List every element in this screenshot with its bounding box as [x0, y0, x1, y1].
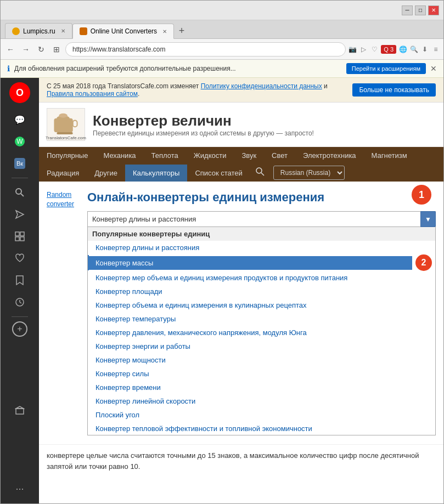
language-selector[interactable]: Russian (Russia) English [273, 166, 345, 180]
nav-row-2: Радиация Другие Калькуляторы Список стат… [39, 164, 443, 182]
nav-radiation[interactable]: Радиация [39, 165, 87, 182]
sidebar-item-grid[interactable] [8, 226, 31, 246]
cookie-dismiss-button[interactable]: Больше не показывать [352, 83, 436, 97]
search-icon[interactable]: 🔍 [409, 45, 418, 54]
dropdown-selected-value[interactable]: Конвертер длины и расстояния [87, 211, 436, 227]
dropdown-item-7[interactable]: Конвертер энергии и работы [88, 339, 435, 353]
sidebar-item-clock[interactable] [8, 292, 31, 312]
svg-text:Вк: Вк [16, 160, 23, 167]
extension-badge[interactable]: Q 3 [381, 45, 396, 54]
sidebar-item-search[interactable] [8, 183, 31, 202]
notification-action-button[interactable]: Перейти к расширениям [346, 63, 426, 74]
dropdown-item-8[interactable]: Конвертер мощности [88, 353, 435, 367]
dropdown-input-row: Конвертер длины и расстояния ▼ [87, 211, 436, 227]
screenshot-icon[interactable]: 📷 [348, 45, 357, 54]
notification-close-button[interactable]: ✕ [430, 64, 437, 73]
dropdown-item-5[interactable]: Конвертер температуры [88, 312, 435, 326]
sidebar-item-vk[interactable]: Вк [8, 154, 31, 173]
page-title: Онлайн-конвертеры единиц измерения [87, 190, 436, 205]
svg-point-21 [256, 168, 262, 173]
site-logo: TranslatorsCafe.com [47, 108, 85, 141]
sidebar-item-whatsapp[interactable]: W [8, 132, 31, 151]
reload-button[interactable]: ↻ [35, 43, 48, 56]
bookmark-icon[interactable]: ♡ [370, 45, 379, 54]
sidebar-add-button[interactable]: + [12, 321, 27, 337]
dropdown-item-selected-row: Конвертер массы 2 [88, 254, 435, 271]
dropdown-item-11[interactable]: Конвертер линейной скорости [88, 394, 435, 408]
sidebar-more-button[interactable]: ··· [15, 483, 24, 495]
title-bar: ─ □ ✕ [1, 1, 443, 20]
nav-mechanics[interactable]: Механика [95, 147, 143, 164]
sidebar-item-send[interactable] [8, 205, 31, 224]
cookie-text-before: С 25 мая 2018 года TranslatorsCafe.com и… [47, 82, 201, 90]
svg-rect-8 [20, 232, 24, 236]
sidebar-item-bookmark[interactable] [8, 270, 31, 290]
tab-bar: Lumpics.ru ✕ Online Unit Converters ✕ + [1, 20, 443, 39]
dropdown-container: Конвертер длины и расстояния ▼ Популярны… [87, 211, 436, 435]
page-main: Random converter Онлайн-конвертеры едини… [39, 182, 443, 444]
opera-logo[interactable]: O [9, 82, 30, 103]
cookie-text: С 25 мая 2018 года TranslatorsCafe.com и… [47, 82, 352, 98]
nav-other[interactable]: Другие [87, 165, 125, 182]
svg-point-18 [59, 114, 68, 118]
nav-search-icon[interactable] [250, 164, 270, 182]
cookie-link-privacy[interactable]: Политику конфиденциальности данных [201, 82, 322, 90]
notification-bar: ℹ Для обновления расширений требуются до… [1, 60, 443, 78]
tab-favicon-converters [80, 27, 87, 35]
dropdown-item-12[interactable]: Плоский угол [88, 408, 435, 422]
footer-text: конвертере целые числа считаются точными… [47, 451, 419, 471]
nav-sound[interactable]: Звук [234, 147, 264, 164]
tab-close-converters[interactable]: ✕ [162, 29, 167, 35]
site-title: Конвертер величин [93, 112, 314, 129]
svg-rect-7 [15, 232, 19, 236]
nav-popular[interactable]: Популярные [39, 147, 95, 164]
svg-line-5 [21, 194, 24, 196]
site-nav: Популярные Механика Теплота Жидкости Зву… [39, 147, 443, 182]
home-button[interactable]: ⊞ [50, 43, 63, 56]
forward-arrow-icon[interactable]: ▷ [359, 45, 368, 54]
forward-button[interactable]: → [19, 43, 32, 56]
tab-close-lumpics[interactable]: ✕ [61, 28, 65, 34]
minimize-button[interactable]: ─ [402, 5, 413, 15]
new-tab-button[interactable]: + [174, 23, 189, 38]
dropdown-item-9[interactable]: Конвертер силы [88, 367, 435, 381]
dropdown-arrow-button[interactable]: ▼ [420, 211, 436, 227]
dropdown-list: Популярные конвертеры единиц Конвертер д… [87, 227, 436, 435]
tab-converters[interactable]: Online Unit Converters ✕ [72, 24, 174, 39]
svg-point-4 [16, 189, 21, 194]
svg-rect-19 [72, 121, 77, 127]
globe-icon[interactable]: 🌐 [398, 45, 407, 54]
page-content[interactable]: С 25 мая 2018 года TranslatorsCafe.com и… [39, 78, 443, 503]
dropdown-item-2[interactable]: Конвертер мер объема и единиц измерения … [88, 271, 435, 285]
content-area: Онлайн-конвертеры единиц измерения 1 Кон… [87, 190, 436, 435]
sidebar-item-messenger[interactable]: 💬 [8, 110, 31, 129]
download-icon[interactable]: ⬇ [420, 45, 429, 54]
back-button[interactable]: ← [4, 43, 17, 56]
dropdown-item-6[interactable]: Конвертер давления, механического напряж… [88, 326, 435, 339]
nav-heat[interactable]: Теплота [144, 147, 186, 164]
dropdown-item-3[interactable]: Конвертер площади [88, 285, 435, 298]
tab-lumpics[interactable]: Lumpics.ru ✕ [5, 23, 72, 38]
nav-calculators[interactable]: Калькуляторы [125, 165, 187, 182]
sidebar-divider-1 [12, 178, 28, 178]
cookie-link-terms[interactable]: Правила пользования сайтом [47, 90, 138, 98]
sidebar-item-package[interactable] [8, 400, 31, 420]
svg-marker-6 [16, 211, 24, 218]
dropdown-item-0[interactable]: Конвертер длины и расстояния [88, 241, 435, 254]
nav-light[interactable]: Свет [264, 147, 295, 164]
nav-articles[interactable]: Список статей [187, 165, 250, 182]
nav-magnetism[interactable]: Магнетизм [364, 147, 415, 164]
dropdown-item-1[interactable]: Конвертер массы [88, 256, 412, 270]
address-input[interactable] [65, 42, 346, 56]
dropdown-item-10[interactable]: Конвертер времени [88, 381, 435, 394]
nav-liquids[interactable]: Жидкости [186, 147, 234, 164]
nav-electrical[interactable]: Электротехника [295, 147, 364, 164]
sidebar-item-heart[interactable] [8, 248, 31, 268]
close-button[interactable]: ✕ [428, 5, 439, 15]
maximize-button[interactable]: □ [415, 5, 426, 15]
dropdown-group-header: Популярные конвертеры единиц [88, 227, 435, 241]
dropdown-item-4[interactable]: Конвертер объема и единиц измерения в ку… [88, 298, 435, 312]
menu-icon[interactable]: ≡ [431, 45, 440, 54]
random-converter-link[interactable]: Random converter [47, 190, 80, 209]
dropdown-item-13[interactable]: Конвертер тепловой эффективности и топли… [88, 422, 435, 435]
